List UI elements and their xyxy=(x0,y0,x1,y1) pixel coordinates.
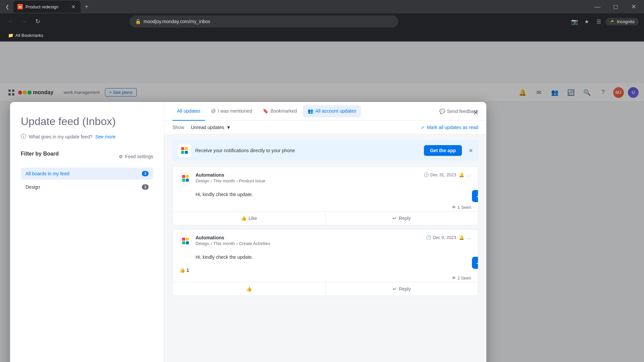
card-2-info: Automations Design › This month › Create… xyxy=(196,235,422,246)
card-1-info: Automations Design › This month › Produc… xyxy=(196,172,420,183)
like-label-1: Like xyxy=(249,216,257,221)
breadcrumb-month-2: This month xyxy=(213,241,235,246)
back-button[interactable]: ← xyxy=(5,16,16,27)
card-1-body: Hi, kindly check the update. xyxy=(173,190,478,203)
like-button-1[interactable]: 👍 Like xyxy=(173,212,326,225)
auto-dot-blue xyxy=(186,179,189,182)
card-1-meta: 🕑 Dec 31, 2023 🔔 … xyxy=(424,172,471,177)
breadcrumb-month-1: This month xyxy=(213,178,235,183)
show-filter-dropdown[interactable]: Show Unread updates ▼ xyxy=(172,125,231,130)
mark-all-read-button[interactable]: ✓ Mark all updates as read xyxy=(421,125,478,130)
tab-all-updates[interactable]: All updates xyxy=(172,102,205,121)
modal-overlay[interactable]: Update feed (Inbox) ⓘ What goes in my up… xyxy=(0,42,644,362)
address-bar-input[interactable]: 🔒 moodjoy.monday.com/my_inbox xyxy=(130,15,398,27)
card-2-author: Automations xyxy=(196,235,422,240)
read-indicator-2[interactable]: ✓ xyxy=(472,257,478,269)
get-app-button[interactable]: Get the app xyxy=(424,145,462,156)
tab-mentioned-label: I was mentioned xyxy=(218,108,252,114)
card-1-seen: 1 Seen xyxy=(458,205,471,210)
minimize-button[interactable]: — xyxy=(590,0,605,13)
window-controls: — ◻ ✕ xyxy=(590,0,641,13)
incognito-button[interactable]: 🥷 Incognito xyxy=(605,18,639,25)
forward-button[interactable]: → xyxy=(19,16,30,27)
tab-bar: ❮ m Product redesign ✕ + — ◻ ✕ xyxy=(0,0,644,13)
clock-icon-2: 🕑 xyxy=(426,235,431,240)
modal-main: ✕ All updates @ I was mentioned 🔖 Bookma… xyxy=(164,102,486,362)
filter-section-header: Filter by Board ⚙ Feed settings xyxy=(21,151,153,162)
info-icon: ⓘ xyxy=(21,133,26,140)
reply-button-2[interactable]: ↵ Reply xyxy=(326,282,478,296)
bookmark-icon: 🔖 xyxy=(263,108,268,114)
svg-rect-10 xyxy=(181,147,184,150)
info-row: ⓘ What goes in my update feed? See more xyxy=(21,133,153,140)
filter-all-boards[interactable]: All boards in my feed 3 xyxy=(21,168,153,180)
card-1-actions: 👍 Like ↵ Reply xyxy=(173,211,478,225)
breadcrumb-design-1: Design xyxy=(196,178,209,183)
bell-icon-1: 🔔 xyxy=(459,172,464,177)
new-tab-button[interactable]: + xyxy=(82,2,91,11)
tab-bookmarked-label: Bookmarked xyxy=(270,108,297,114)
reply-label-2: Reply xyxy=(399,286,411,292)
auto-dot-blue-2 xyxy=(186,241,189,244)
star-icon[interactable]: ★ xyxy=(581,16,592,27)
tab-close-button[interactable]: ✕ xyxy=(70,3,76,10)
banner-close-button[interactable]: ✕ xyxy=(469,147,473,154)
checkmark-icon: ✓ xyxy=(421,125,425,130)
bookmarks-bar: 📁 All Bookmarks xyxy=(0,29,644,42)
filter-design[interactable]: Design 3 xyxy=(21,181,153,193)
breadcrumb-activity-2: Create Activities xyxy=(239,241,270,246)
automations-avatar-2 xyxy=(179,235,192,247)
more-options-1[interactable]: … xyxy=(467,172,471,177)
sep-2: › xyxy=(236,178,237,183)
sidebar-icon[interactable]: ☰ xyxy=(593,16,604,27)
card-2-date: 🕑 Dec 9, 2023 xyxy=(426,235,456,240)
feed-settings-button[interactable]: ⚙ Feed settings xyxy=(119,154,153,159)
card-2-message: Hi, kindly check the update. xyxy=(196,254,471,261)
see-more-link[interactable]: See more xyxy=(95,134,116,139)
auto-dot-green xyxy=(182,179,185,182)
filter-design-label: Design xyxy=(25,184,40,190)
info-text: What goes in my update feed? xyxy=(29,134,93,139)
thumbs-up-emoji: 👍 xyxy=(179,267,185,273)
banner-icon xyxy=(178,144,191,157)
auto-dot-yellow xyxy=(186,175,189,178)
settings-icon: ⚙ xyxy=(119,154,123,159)
card-1-footer-info: 👁 1 Seen xyxy=(173,203,478,211)
auto-dot-red xyxy=(182,175,185,178)
reply-icon-1: ↵ xyxy=(393,216,397,221)
banner-text: Receive your notifications directly to y… xyxy=(195,148,420,153)
update-feed-modal: Update feed (Inbox) ⓘ What goes in my up… xyxy=(10,102,486,362)
card-2-footer-info: 👁 2 Seen xyxy=(173,274,478,282)
reaction-count-text: 1 xyxy=(186,267,189,273)
breadcrumb-issue-1: Product issue xyxy=(239,178,265,183)
like-icon-1: 👍 xyxy=(241,216,247,221)
read-indicator-1[interactable]: ✓ xyxy=(472,190,478,202)
tab-group-button[interactable]: ❮ xyxy=(3,3,12,11)
update-card-1: Automations Design › This month › Produc… xyxy=(172,167,478,225)
thumbs-up-button-2[interactable]: 👍 xyxy=(173,282,326,296)
tab-bookmarked[interactable]: 🔖 Bookmarked xyxy=(258,102,302,121)
thumbs-up-icon-2: 👍 xyxy=(246,286,252,292)
bookmark-item[interactable]: 📁 All Bookmarks xyxy=(5,32,46,39)
auto-dot-yellow-2 xyxy=(186,238,189,241)
bell-icon-2: 🔔 xyxy=(459,235,464,240)
maximize-button[interactable]: ◻ xyxy=(608,0,623,13)
tab-all-account-updates[interactable]: 👥 All account updates xyxy=(303,105,361,117)
mention-icon: @ xyxy=(211,108,216,114)
tab-mentioned[interactable]: @ I was mentioned xyxy=(206,102,257,121)
reload-button[interactable]: ↻ xyxy=(32,16,43,27)
tab-all-account-label: All account updates xyxy=(315,108,356,114)
reply-button-1[interactable]: ↵ Reply xyxy=(326,212,478,225)
filter-design-count: 3 xyxy=(142,184,149,190)
camera-icon[interactable]: 📷 xyxy=(569,16,580,27)
lock-icon: 🔒 xyxy=(135,19,141,24)
sep-3: › xyxy=(210,241,212,246)
auto-dot-green-2 xyxy=(182,241,185,244)
more-options-2[interactable]: … xyxy=(467,235,471,240)
close-window-button[interactable]: ✕ xyxy=(626,0,641,13)
mark-all-read-label: Mark all updates as read xyxy=(427,125,478,130)
card-2-seen: 2 Seen xyxy=(458,276,471,281)
automations-avatar-1 xyxy=(179,172,192,184)
modal-close-button[interactable]: ✕ xyxy=(470,107,481,118)
active-tab[interactable]: m Product redesign ✕ xyxy=(13,1,80,13)
